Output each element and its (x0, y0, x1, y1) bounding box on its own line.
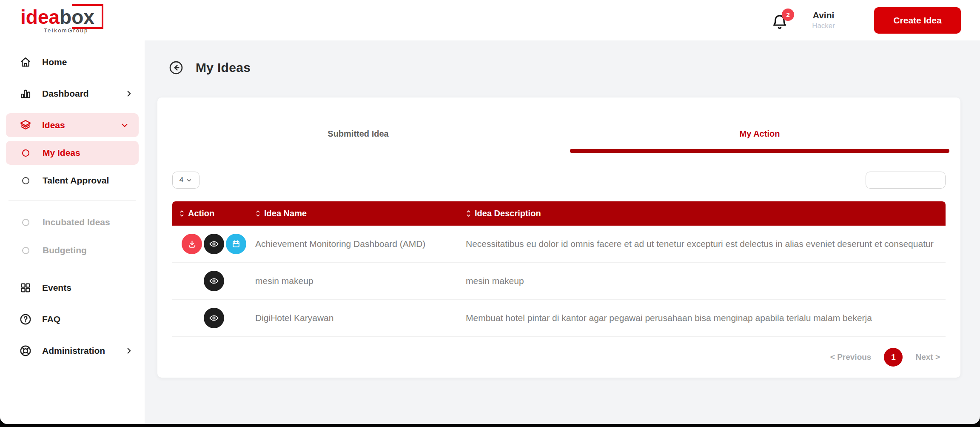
logo: ideabox TelkomGroup (20, 7, 94, 33)
sidebar-item-ideas[interactable]: Ideas (6, 113, 139, 137)
main-content: My Ideas Submitted Idea My Action 4 (145, 40, 980, 424)
question-circle-icon (19, 313, 32, 326)
sidebar-item-label: Talent Approval (43, 175, 109, 186)
app-window: ideabox TelkomGroup 2 Avini Hacker Creat… (0, 0, 980, 427)
column-header-idea-description[interactable]: Idea Description (466, 209, 946, 218)
user-role: Hacker (812, 22, 835, 30)
sidebar-item-talent-approval[interactable]: Talent Approval (0, 169, 145, 192)
sidebar-item-incubated-ideas[interactable]: Incubated Ideas (0, 208, 145, 236)
table-row: Achievement Monitoring Dashboard (AMD) N… (172, 226, 946, 263)
grid-icon (19, 281, 32, 294)
sort-icon (179, 209, 185, 218)
sidebar-item-label: FAQ (42, 314, 60, 324)
idea-description-cell: Necessitatibus eu dolor id omnis facere … (466, 239, 946, 249)
sidebar-item-label: Home (42, 57, 67, 67)
notifications-button[interactable]: 2 (771, 10, 790, 31)
sidebar-item-label: Events (42, 283, 71, 293)
idea-name-cell: Achievement Monitoring Dashboard (AMD) (255, 239, 466, 249)
radio-circle-icon (22, 149, 29, 157)
idea-name-cell: DigiHotel Karyawan (255, 313, 466, 323)
row-actions (172, 234, 255, 254)
download-icon (187, 239, 197, 249)
pagination-previous[interactable]: < Previous (830, 352, 872, 362)
idea-name-cell: mesin makeup (255, 276, 466, 286)
radio-circle-icon (22, 219, 29, 226)
chevron-down-icon (120, 120, 129, 130)
search-input[interactable] (866, 172, 946, 189)
eye-icon (209, 276, 219, 286)
sidebar-item-administration[interactable]: Administration (0, 335, 145, 367)
sidebar-item-label: Budgeting (43, 245, 87, 255)
tab-label: Submitted Idea (328, 129, 388, 138)
table-row: mesin makeup mesin makeup (172, 263, 946, 300)
idea-description-cell: mesin makeup (466, 276, 946, 286)
app-surface: ideabox TelkomGroup 2 Avini Hacker Creat… (0, 0, 980, 424)
calendar-icon (231, 239, 241, 249)
create-idea-button[interactable]: Create Idea (874, 7, 961, 34)
view-button[interactable] (204, 234, 224, 254)
row-actions (172, 308, 255, 328)
row-actions (172, 271, 255, 291)
idea-description-cell: Membuat hotel pintar di kantor agar pega… (466, 313, 946, 323)
table-controls: 4 (172, 172, 946, 189)
column-header-label: Idea Description (475, 209, 541, 218)
sidebar-item-home[interactable]: Home (0, 46, 145, 78)
home-icon (19, 56, 32, 69)
pagination-page-1[interactable]: 1 (884, 348, 903, 367)
sidebar-item-label: Ideas (42, 120, 65, 130)
lifebuoy-icon (19, 344, 32, 357)
sidebar-item-my-ideas[interactable]: My Ideas (6, 141, 139, 165)
sidebar-item-dashboard[interactable]: Dashboard (0, 78, 145, 109)
layers-icon (19, 119, 32, 132)
chevron-right-icon (124, 346, 134, 355)
chevron-down-icon (186, 177, 192, 183)
view-button[interactable] (204, 308, 224, 328)
sidebar: Home Dashboard Ideas (0, 40, 145, 424)
eye-icon (209, 313, 219, 323)
tab-indicator (570, 149, 949, 153)
tab-submitted-idea[interactable]: Submitted Idea (157, 129, 559, 153)
schedule-button[interactable] (226, 234, 246, 254)
back-button[interactable] (168, 60, 184, 75)
ideas-card: Submitted Idea My Action 4 (157, 97, 960, 378)
sidebar-item-label: Administration (42, 346, 105, 356)
page-title: My Ideas (196, 60, 251, 75)
bar-chart-icon (19, 87, 32, 100)
logo-idea-text: idea (20, 6, 60, 28)
user-name: Avini (812, 10, 835, 20)
sidebar-item-label: Incubated Ideas (43, 217, 110, 227)
page-size-value: 4 (179, 176, 183, 184)
page-size-select[interactable]: 4 (172, 172, 199, 189)
column-header-label: Action (188, 209, 214, 218)
sort-icon (255, 209, 261, 218)
sidebar-item-faq[interactable]: FAQ (0, 304, 145, 335)
table-row: DigiHotel Karyawan Membuat hotel pintar … (172, 300, 946, 337)
tab-indicator (168, 149, 548, 153)
header-actions: 2 Avini Hacker Create Idea (771, 7, 961, 34)
tab-label: My Action (740, 129, 780, 138)
sidebar-item-budgeting[interactable]: Budgeting (0, 236, 145, 264)
notification-badge: 2 (782, 9, 794, 21)
view-button[interactable] (204, 271, 224, 291)
chevron-right-icon (124, 89, 134, 98)
sort-icon (466, 209, 471, 218)
column-header-label: Idea Name (264, 209, 307, 218)
logo-bracket-shape (72, 4, 103, 29)
radio-circle-icon (22, 247, 29, 254)
tab-my-action[interactable]: My Action (559, 129, 960, 153)
sidebar-item-label: My Ideas (43, 148, 80, 158)
page-title-row: My Ideas (168, 60, 980, 75)
radio-circle-icon (22, 177, 29, 184)
table-header-row: Action Idea Name Idea Description (172, 201, 946, 226)
user-menu[interactable]: Avini Hacker (812, 10, 835, 30)
sidebar-divider (9, 200, 136, 201)
top-header: ideabox TelkomGroup 2 Avini Hacker Creat… (0, 0, 980, 40)
column-header-action[interactable]: Action (172, 209, 255, 218)
download-button[interactable] (182, 234, 202, 254)
ideas-table: Action Idea Name Idea Description (172, 201, 946, 337)
tabs: Submitted Idea My Action (157, 97, 960, 153)
pagination-next[interactable]: Next > (915, 352, 940, 362)
column-header-idea-name[interactable]: Idea Name (255, 209, 466, 218)
sidebar-item-label: Dashboard (42, 89, 89, 99)
sidebar-item-events[interactable]: Events (0, 272, 145, 304)
